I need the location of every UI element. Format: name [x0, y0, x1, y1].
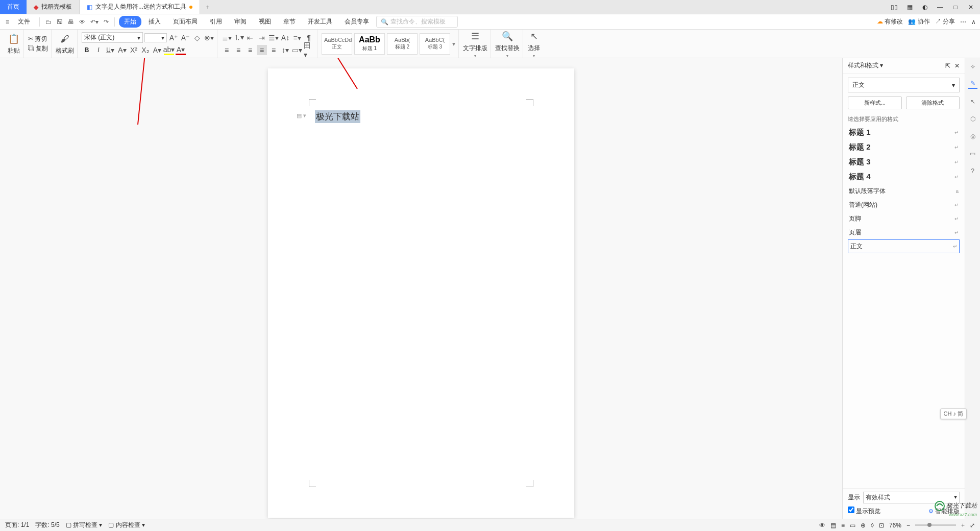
document-canvas[interactable]: ▤ ▾ 极光下载站: [0, 58, 842, 519]
highlight-icon[interactable]: ab▾: [164, 45, 174, 55]
more-icon[interactable]: ⋯: [960, 18, 966, 26]
style-item-footer[interactable]: 页脚↵: [848, 212, 960, 226]
tool-location-icon[interactable]: ◎: [968, 132, 977, 141]
changes-indicator[interactable]: ☁ 有修改: [877, 17, 903, 26]
tab-templates[interactable]: ◆ 找稻壳模板: [27, 0, 80, 14]
tool-select-icon[interactable]: ↖: [968, 97, 977, 106]
style-item-h3[interactable]: 标题 3↵: [848, 155, 960, 170]
outdent-icon[interactable]: ⇤: [245, 33, 255, 43]
zoom-in-button[interactable]: +: [961, 522, 965, 529]
styles-more-icon[interactable]: ▾: [452, 40, 455, 47]
style-item-h1[interactable]: 标题 1↵: [848, 125, 960, 140]
linespace-icon[interactable]: ↕▾: [280, 45, 290, 55]
style-item-header[interactable]: 页眉↵: [848, 226, 960, 239]
underline-icon[interactable]: U▾: [105, 45, 115, 55]
menu-chapter[interactable]: 章节: [278, 16, 301, 28]
clear-format-button[interactable]: 清除格式: [906, 96, 960, 109]
textfx-icon[interactable]: A▾: [152, 45, 162, 55]
command-search[interactable]: 🔍 查找命令、搜索模板: [376, 16, 458, 28]
view-eye-icon[interactable]: 👁: [819, 522, 825, 529]
align-center-icon[interactable]: ≡: [233, 45, 243, 55]
style-item-default[interactable]: 默认段落字体a: [848, 184, 960, 198]
panel-close-icon[interactable]: ✕: [954, 62, 960, 69]
menu-dev[interactable]: 开发工具: [303, 16, 337, 28]
layout-icon[interactable]: ▯▯: [890, 4, 898, 11]
qa-redo-icon[interactable]: ↷: [102, 18, 110, 26]
findreplace-button[interactable]: 🔍查找替换▾: [495, 30, 520, 58]
ruler-icon[interactable]: ≡▾: [292, 33, 302, 43]
styles-gallery[interactable]: AaBbCcDd正文 AaBb标题 1 AaBb(标题 2 AaBbC(标题 3…: [318, 30, 459, 58]
indent-icon[interactable]: ⇥: [257, 33, 267, 43]
status-spellcheck[interactable]: ▢ 拼写检查 ▾: [66, 521, 103, 529]
sub-icon[interactable]: X₂: [140, 45, 151, 55]
cut-button[interactable]: ✂剪切: [28, 35, 47, 43]
tab-home[interactable]: 首页: [0, 0, 27, 14]
menu-review[interactable]: 审阅: [229, 16, 252, 28]
view-read-icon[interactable]: ▭: [850, 522, 855, 529]
view-web-icon[interactable]: ⊕: [861, 522, 866, 529]
border-icon[interactable]: 田▾: [304, 45, 314, 55]
vertical-icon[interactable]: A↕: [280, 33, 290, 43]
zoom-fit-icon[interactable]: ⊡: [879, 522, 884, 529]
style-h1[interactable]: AaBb标题 1: [354, 33, 385, 55]
share-button[interactable]: ↗ 分享: [935, 17, 955, 26]
grow-font-icon[interactable]: A⁺: [168, 33, 179, 43]
style-item-web[interactable]: 普通(网站)↵: [848, 198, 960, 212]
collapse-icon[interactable]: ∧: [971, 18, 976, 26]
tool-sparkle-icon[interactable]: ✧: [968, 62, 977, 71]
coop-button[interactable]: 👥 协作: [908, 17, 929, 26]
menu-icon[interactable]: ≡: [4, 18, 11, 26]
tool-styles-icon[interactable]: ✎: [968, 80, 977, 89]
fullscreen-icon[interactable]: ⤢: [970, 522, 975, 529]
zoom-out-button[interactable]: −: [906, 522, 910, 529]
view-outline-icon[interactable]: ≡: [841, 522, 845, 529]
page[interactable]: ▤ ▾ 极光下载站: [268, 68, 574, 518]
style-item-h4[interactable]: 标题 4↵: [848, 170, 960, 184]
numbering-icon[interactable]: ⒈▾: [233, 33, 243, 43]
textlayout-button[interactable]: ☰文字排版▾: [463, 30, 487, 58]
tab-add-button[interactable]: +: [200, 0, 215, 14]
fontsize-select[interactable]: ▾: [144, 33, 167, 42]
align-left-icon[interactable]: ≡: [222, 45, 232, 55]
section-icon[interactable]: ▤ ▾: [297, 112, 306, 119]
style-item-body[interactable]: 正文↵: [848, 239, 960, 253]
qa-preview-icon[interactable]: 👁: [78, 18, 87, 26]
menu-pagelayout[interactable]: 页面布局: [168, 16, 203, 28]
status-words[interactable]: 字数: 5/5: [35, 521, 59, 529]
bold-icon[interactable]: B: [82, 45, 92, 55]
select-button[interactable]: ↖选择▾: [527, 30, 541, 58]
close-button[interactable]: ✕: [967, 4, 975, 11]
strike-icon[interactable]: A̵▾: [117, 45, 127, 55]
new-style-button[interactable]: 新样式...: [848, 96, 902, 109]
zoom-slider[interactable]: [915, 524, 956, 526]
style-normal[interactable]: AaBbCcDd正文: [322, 33, 352, 55]
align-dist-icon[interactable]: ≡: [268, 45, 279, 55]
super-icon[interactable]: X²: [129, 45, 139, 55]
minimize-button[interactable]: —: [936, 4, 944, 11]
style-h2[interactable]: AaBb(标题 2: [387, 33, 418, 55]
menu-view[interactable]: 视图: [254, 16, 276, 28]
fontcolor-icon[interactable]: A▾: [176, 45, 186, 55]
tool-shape-icon[interactable]: ⬡: [968, 114, 977, 124]
pin-icon[interactable]: ⇱: [945, 62, 950, 69]
tab-document[interactable]: ◧ 文字是人类用符...远的方式和工具: [80, 0, 200, 14]
selected-text[interactable]: 极光下载站: [315, 110, 360, 123]
align-justify-icon[interactable]: ≡: [257, 45, 267, 55]
ime-indicator[interactable]: CH ♪ 简: [940, 408, 967, 419]
current-style-select[interactable]: 正文▾: [848, 78, 960, 92]
bullets-icon[interactable]: ≣▾: [222, 33, 232, 43]
menu-insert[interactable]: 插入: [143, 16, 166, 28]
formatpainter-button[interactable]: 🖌 格式刷: [56, 32, 74, 55]
menu-ref[interactable]: 引用: [205, 16, 227, 28]
case-icon[interactable]: ⊗▾: [204, 33, 214, 43]
style-item-h2[interactable]: 标题 2↵: [848, 140, 960, 155]
qa-save2-icon[interactable]: 🖫: [55, 18, 64, 26]
clear-fmt-icon[interactable]: ◇: [192, 33, 202, 43]
preview-checkbox[interactable]: 显示预览: [848, 506, 880, 516]
italic-icon[interactable]: I: [93, 45, 104, 55]
menu-start[interactable]: 开始: [119, 16, 141, 28]
qa-save-icon[interactable]: 🗀: [44, 18, 53, 26]
shading-icon[interactable]: ▭▾: [292, 45, 302, 55]
qa-print-icon[interactable]: 🖶: [66, 18, 76, 26]
user-icon[interactable]: ◐: [921, 4, 929, 11]
